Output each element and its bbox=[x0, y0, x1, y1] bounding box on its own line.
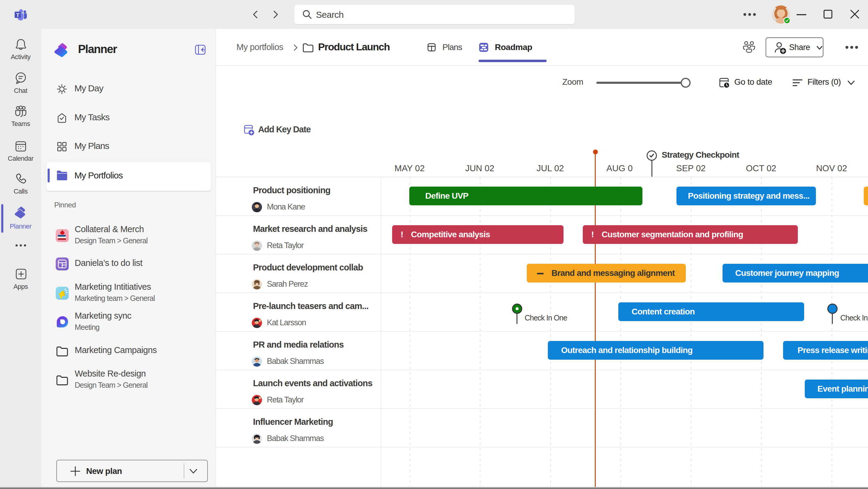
svg-text:T: T bbox=[16, 12, 19, 18]
